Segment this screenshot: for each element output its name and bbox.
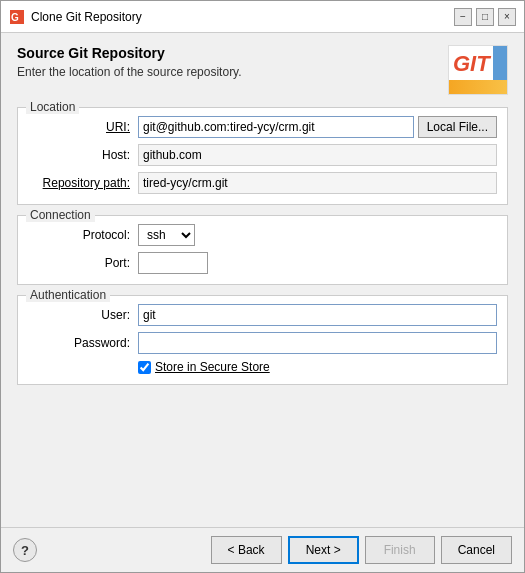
maximize-button[interactable]: □ [476, 8, 494, 26]
repo-path-row: Repository path: [28, 172, 497, 194]
help-button[interactable]: ? [13, 538, 37, 562]
footer-left: ? [13, 538, 37, 562]
location-section: Location URI: Local File... Host: Reposi… [17, 107, 508, 205]
protocol-label: Protocol: [28, 228, 138, 242]
title-bar: G Clone Git Repository − □ × [1, 1, 524, 33]
port-input[interactable] [138, 252, 208, 274]
window-controls: − □ × [454, 8, 516, 26]
host-row: Host: [28, 144, 497, 166]
connection-section-label: Connection [26, 208, 95, 222]
window-title: Clone Git Repository [31, 10, 454, 24]
user-row: User: [28, 304, 497, 326]
close-button[interactable]: × [498, 8, 516, 26]
svg-text:G: G [11, 12, 19, 23]
content-area: Source Git Repository Enter the location… [1, 33, 524, 527]
git-logo-bar [449, 80, 507, 94]
connection-section: Connection Protocol: ssh https http git … [17, 215, 508, 285]
uri-input[interactable] [138, 116, 414, 138]
password-row: Password: [28, 332, 497, 354]
window-icon: G [9, 9, 25, 25]
protocol-row: Protocol: ssh https http git [28, 224, 497, 246]
clone-git-repository-window: G Clone Git Repository − □ × Source Git … [0, 0, 525, 573]
footer-right: < Back Next > Finish Cancel [211, 536, 512, 564]
store-secure-checkbox[interactable] [138, 361, 151, 374]
back-button[interactable]: < Back [211, 536, 282, 564]
next-button[interactable]: Next > [288, 536, 359, 564]
git-logo-arrow [493, 46, 507, 80]
password-input[interactable] [138, 332, 497, 354]
finish-button[interactable]: Finish [365, 536, 435, 564]
dialog-subtitle: Enter the location of the source reposit… [17, 65, 448, 79]
protocol-select[interactable]: ssh https http git [138, 224, 195, 246]
location-section-label: Location [26, 100, 79, 114]
uri-row: URI: Local File... [28, 116, 497, 138]
cancel-button[interactable]: Cancel [441, 536, 512, 564]
local-file-button[interactable]: Local File... [418, 116, 497, 138]
git-logo: GIT [448, 45, 508, 95]
authentication-section-label: Authentication [26, 288, 110, 302]
repo-path-label: Repository path: [28, 176, 138, 190]
host-label: Host: [28, 148, 138, 162]
footer: ? < Back Next > Finish Cancel [1, 527, 524, 572]
port-label: Port: [28, 256, 138, 270]
password-label: Password: [28, 336, 138, 350]
header-section: Source Git Repository Enter the location… [17, 45, 508, 95]
store-secure-label: Store in Secure Store [155, 360, 270, 374]
uri-label: URI: [28, 120, 138, 134]
minimize-button[interactable]: − [454, 8, 472, 26]
authentication-section: Authentication User: Password: Store in … [17, 295, 508, 385]
store-secure-row: Store in Secure Store [28, 360, 497, 374]
user-label: User: [28, 308, 138, 322]
dialog-title: Source Git Repository [17, 45, 448, 61]
user-input[interactable] [138, 304, 497, 326]
host-input[interactable] [138, 144, 497, 166]
git-text: GIT [453, 51, 490, 77]
port-row: Port: [28, 252, 497, 274]
header-text: Source Git Repository Enter the location… [17, 45, 448, 79]
repo-path-input[interactable] [138, 172, 497, 194]
